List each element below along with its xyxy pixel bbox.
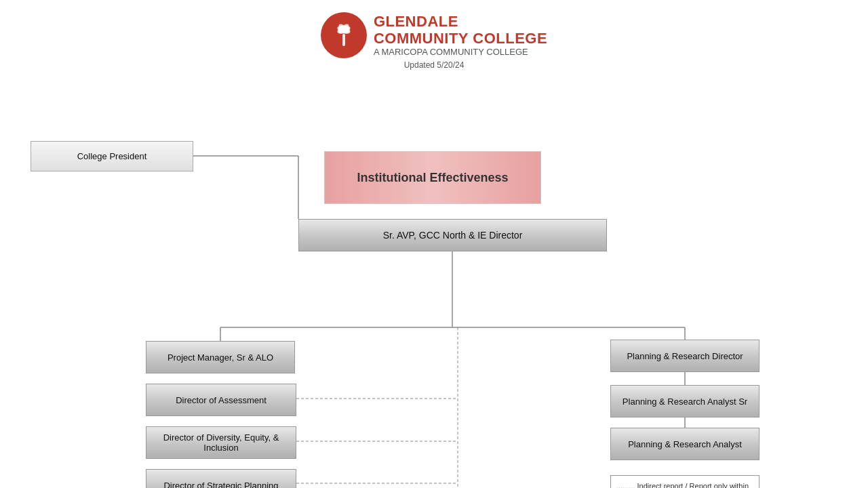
maricopa-label: A MARICOPA COMMUNITY COLLEGE (374, 47, 547, 57)
header: GLENDALE COMMUNITY COLLEGE A MARICOPA CO… (0, 0, 868, 70)
project-manager-box: Project Manager, Sr & ALO (146, 341, 295, 373)
institutional-effectiveness-box: Institutional Effectiveness (324, 151, 541, 204)
planning-analyst-box: Planning & Research Analyst (610, 428, 760, 460)
college-name: GLENDALE COMMUNITY COLLEGE A MARICOPA CO… (374, 14, 547, 56)
svg-rect-1 (342, 34, 345, 46)
updated-date: Updated 5/20/24 (404, 60, 465, 70)
logo-area: GLENDALE COMMUNITY COLLEGE A MARICOPA CO… (321, 12, 547, 58)
sr-avp-box: Sr. AVP, GCC North & IE Director (298, 219, 607, 251)
planning-analyst-sr-box: Planning & Research Analyst Sr (610, 385, 760, 418)
director-strategic-box: Director of Strategic Planning (146, 469, 296, 488)
org-chart: College President Institutional Effectiv… (0, 73, 868, 488)
college-logo (321, 12, 367, 58)
college-president-box: College President (31, 141, 193, 171)
legend-box: ......... Indirect report / Report only … (610, 475, 760, 488)
director-assessment-box: Director of Assessment (146, 384, 296, 416)
connector-lines (0, 73, 868, 488)
college-name-line1: GLENDALE COMMUNITY COLLEGE (374, 14, 547, 46)
planning-director-box: Planning & Research Director (610, 340, 760, 372)
director-diversity-box: Director of Diversity, Equity, & Inclusi… (146, 426, 296, 459)
